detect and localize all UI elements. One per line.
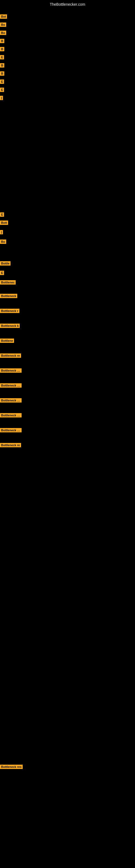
orange-label-item: Bottleneck resu (0, 413, 21, 417)
site-title: TheBottlenecker.com (0, 0, 135, 8)
orange-label-item: E (0, 88, 4, 92)
orange-label-item: Bo (0, 31, 6, 35)
orange-label-item: Bottleneck re (0, 443, 21, 447)
orange-label-item: B (0, 63, 4, 67)
orange-label-item: B (0, 39, 4, 43)
orange-label-item: Bo (0, 23, 6, 27)
orange-label-item: E (0, 271, 4, 275)
orange-label-item: | (0, 230, 3, 235)
orange-label-item: Bot (0, 14, 7, 19)
orange-label-item: Bottle (0, 261, 10, 266)
orange-label-item: B (0, 47, 4, 51)
orange-label-item: Bottleneck k (0, 323, 20, 328)
orange-label-item: Bottleneck re (0, 353, 21, 358)
orange-label-item: E (0, 80, 4, 84)
orange-label-item: B (0, 71, 4, 76)
orange-label-item: Bott (0, 220, 8, 225)
orange-label-item: Bottleneck resu (0, 428, 21, 432)
orange-label-item: E (0, 55, 4, 59)
orange-label-item: Bo (0, 240, 6, 244)
orange-label-item: E (0, 212, 4, 217)
orange-label-item: Bottleneck r (0, 309, 19, 313)
orange-label-item: Bottleneck resu (0, 398, 21, 403)
orange-label-item: Bottlenec (0, 280, 16, 284)
orange-label-item: Bottleneck resu (0, 368, 21, 373)
orange-label-item: Bottlene (0, 339, 14, 343)
bottleneck-res-label: Bottleneck res (0, 765, 23, 769)
orange-label-item: | (0, 96, 3, 100)
orange-label-item: Bottleneck (0, 294, 17, 298)
orange-label-item: Bottleneck resu (0, 383, 21, 388)
